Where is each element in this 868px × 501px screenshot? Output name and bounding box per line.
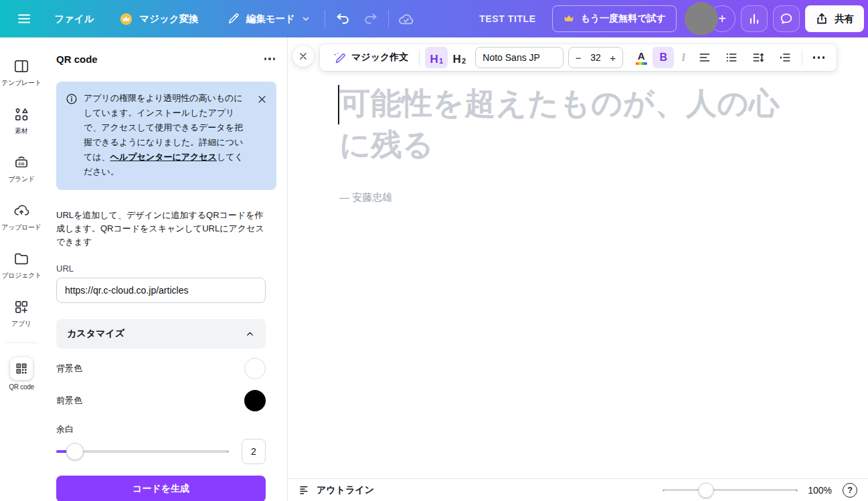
main-menu-button[interactable] <box>12 7 36 31</box>
template-icon <box>13 58 30 75</box>
redo-button[interactable] <box>359 7 383 31</box>
background-color-row: 背景色 <box>56 358 266 379</box>
font-size-stepper: − 32 + <box>568 47 623 68</box>
panel-title: QR code <box>56 54 98 65</box>
bullet-list-button[interactable] <box>720 47 743 68</box>
sidebar-item-apps[interactable]: アプリ <box>0 289 43 337</box>
divider <box>388 10 389 27</box>
plus-icon: + <box>718 11 726 27</box>
foreground-color-row: 前景色 <box>56 390 266 411</box>
crown-icon <box>563 13 575 25</box>
italic-button[interactable]: I <box>674 47 693 68</box>
bottom-bar: アウトライン 100% ? <box>288 478 868 501</box>
document-title[interactable]: TEST TITLE <box>479 13 536 24</box>
font-size-value[interactable]: 32 <box>590 52 601 63</box>
edit-mode-selector[interactable]: 編集モード <box>218 7 319 31</box>
customize-accordion[interactable]: カスタマイズ <box>56 319 266 348</box>
toolbar-close-button[interactable] <box>292 45 314 67</box>
sidebar-item-brand[interactable]: co ブランド <box>0 144 43 193</box>
panel-more-button[interactable] <box>263 54 277 64</box>
avatar[interactable] <box>685 2 718 35</box>
divider <box>325 10 325 27</box>
sidebar-item-uploads[interactable]: アップロード <box>0 193 43 241</box>
folder-icon <box>13 250 30 268</box>
comment-bubble-icon <box>779 11 794 26</box>
chevron-down-icon <box>301 14 311 23</box>
outline-icon <box>298 484 311 496</box>
zoom-slider-thumb[interactable] <box>699 482 714 498</box>
redo-icon <box>363 11 379 27</box>
indent-button[interactable] <box>774 47 796 68</box>
divider <box>5 342 37 343</box>
chevron-up-icon <box>245 329 255 339</box>
toolbar-more-button[interactable] <box>808 56 831 59</box>
foreground-color-swatch[interactable] <box>244 390 266 411</box>
upload-cloud-icon <box>13 202 30 219</box>
outline-toggle[interactable]: アウトライン <box>298 484 374 496</box>
sidebar-item-elements[interactable]: 素材 <box>0 96 43 144</box>
text-color-button[interactable]: A <box>630 47 653 68</box>
share-button[interactable]: 共有 <box>805 5 864 32</box>
editor-canvas[interactable]: マジック作文 H1 H2 Noto Sans JP − 32 + A B I <box>288 37 868 501</box>
hamburger-icon <box>16 11 32 27</box>
heading2-button[interactable]: H2 <box>448 47 470 68</box>
apps-grid-icon <box>13 298 30 316</box>
divider <box>419 49 420 66</box>
trial-button[interactable]: もう一度無料で試す <box>552 5 677 32</box>
heading1-button[interactable]: H1 <box>425 47 448 68</box>
attribution-text[interactable]: — 安藤忠雄 <box>339 191 392 204</box>
margin-value-input[interactable] <box>242 439 266 464</box>
insights-button[interactable] <box>741 5 768 32</box>
url-label: URL <box>56 264 276 274</box>
rainbow-bar-icon <box>636 62 647 65</box>
magic-pen-icon <box>332 51 346 65</box>
save-status-button[interactable] <box>394 7 418 31</box>
cloud-check-icon <box>398 11 414 27</box>
sidebar-item-qr-code[interactable]: QR code <box>0 350 43 398</box>
comments-button[interactable] <box>773 5 800 32</box>
panel-description: URLを追加して、デザインに追加するQRコードを作成します。QRコードをスキャン… <box>56 209 267 249</box>
undo-icon <box>335 11 351 27</box>
top-bar: ファイル マジック変換 編集モード <box>0 0 868 37</box>
brand-kit-icon: co <box>13 154 30 171</box>
question-mark-icon: ? <box>847 486 853 495</box>
notice-close-button[interactable] <box>255 92 268 106</box>
generate-code-button[interactable]: コードを生成 <box>56 476 266 501</box>
bold-button[interactable]: B <box>653 47 674 68</box>
bar-chart-icon <box>747 11 762 26</box>
text-toolbar: マジック作文 H1 H2 Noto Sans JP − 32 + A B I <box>320 44 837 71</box>
sidebar-item-templates[interactable]: テンプレート <box>0 48 43 96</box>
line-spacing-button[interactable] <box>747 47 770 68</box>
magic-write-button[interactable]: マジック作文 <box>327 51 414 65</box>
zoom-level[interactable]: 100% <box>808 485 832 496</box>
heading-placeholder[interactable]: 可能性を超えたものが、人の心に残る <box>339 82 809 165</box>
background-color-swatch[interactable] <box>244 358 266 379</box>
close-icon <box>298 52 308 61</box>
font-size-increase-button[interactable]: + <box>610 52 616 64</box>
url-input[interactable] <box>56 278 266 303</box>
magic-switch-button[interactable]: マジック変換 <box>110 7 207 31</box>
line-spacing-icon <box>752 51 765 64</box>
text-align-button[interactable] <box>693 47 716 68</box>
share-upload-icon <box>815 12 829 25</box>
margin-slider[interactable] <box>56 450 228 453</box>
file-menu[interactable]: ファイル <box>46 7 102 31</box>
info-icon <box>66 93 78 179</box>
sidebar-rail: テンプレート 素材 co ブランド アップロード プロジェクト <box>0 37 43 501</box>
font-family-selector[interactable]: Noto Sans JP <box>475 47 563 68</box>
undo-button[interactable] <box>331 7 355 31</box>
help-center-link[interactable]: ヘルプセンターにアクセス <box>110 152 217 162</box>
notice-text: アプリの権限をより透明性の高いものにしています。インストールしたアプリで、アクセ… <box>84 91 249 179</box>
align-left-icon <box>698 51 711 64</box>
divider <box>802 49 802 66</box>
crown-badge-icon <box>119 12 133 26</box>
margin-slider-thumb[interactable] <box>66 443 84 460</box>
qr-code-icon <box>10 357 33 380</box>
sidebar-item-projects[interactable]: プロジェクト <box>0 241 43 289</box>
zoom-slider[interactable] <box>663 489 797 491</box>
text-color-icon: A <box>638 51 645 61</box>
qr-code-panel: QR code アプリの権限をより透明性の高いものにしています。インストールした… <box>43 37 288 501</box>
permissions-notice: アプリの権限をより透明性の高いものにしています。インストールしたアプリで、アクセ… <box>56 82 276 190</box>
font-size-decrease-button[interactable]: − <box>576 52 582 64</box>
help-button[interactable]: ? <box>843 483 857 498</box>
